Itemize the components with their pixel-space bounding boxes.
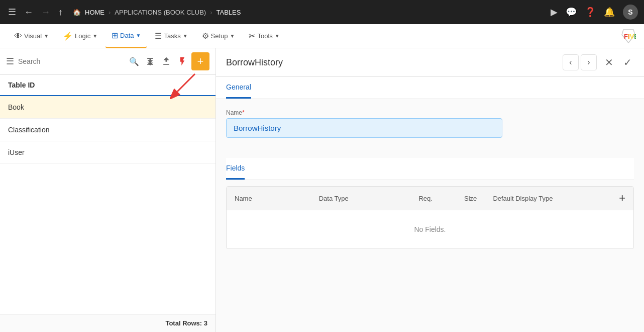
search-input[interactable]: [18, 57, 125, 65]
menu-item-logic[interactable]: ⚡ Logic ▼: [57, 24, 103, 48]
right-panel: BorrowHistory ‹ › ✕ ✓ General Name*: [216, 48, 644, 332]
filter-icon[interactable]: ☰: [6, 56, 14, 67]
breadcrumb-app[interactable]: APPLICATIONS (BOOK CLUB): [115, 9, 206, 16]
top-nav: ☰ ← → ↑ 🏠 HOME › APPLICATIONS (BOOK CLUB…: [0, 0, 644, 24]
detail-actions: ‹ › ✕ ✓: [563, 54, 634, 70]
add-field-button[interactable]: +: [619, 192, 625, 205]
up-icon[interactable]: ↑: [56, 5, 65, 20]
logic-icon: ⚡: [63, 31, 73, 41]
breadcrumb-home[interactable]: HOME: [85, 9, 104, 16]
col-add-header: +: [605, 192, 625, 205]
fields-table: Name Data Type Req. Size Default Display…: [226, 186, 634, 249]
add-table-button[interactable]: +: [191, 52, 209, 70]
data-icon: ⊞: [112, 31, 118, 40]
detail-content: Name*: [216, 99, 644, 158]
total-rows: Total Rows: 3: [0, 314, 216, 332]
hamburger-icon[interactable]: ☰: [6, 5, 18, 20]
lightning-button[interactable]: [175, 54, 189, 68]
table-row[interactable]: Book: [0, 96, 216, 119]
five-logo-svg: FIVE: [621, 29, 636, 44]
confirm-button[interactable]: ✓: [621, 54, 634, 70]
chat-icon[interactable]: 💬: [566, 7, 577, 18]
logic-dropdown-icon: ▼: [92, 33, 97, 39]
forward-icon[interactable]: →: [39, 5, 52, 20]
prev-button[interactable]: ‹: [563, 54, 579, 70]
tools-icon: ✂: [249, 31, 255, 41]
name-label: Name*: [226, 109, 634, 116]
nav-buttons: ‹ ›: [563, 54, 597, 70]
tools-dropdown-icon: ▼: [275, 33, 280, 39]
avatar[interactable]: S: [623, 5, 638, 20]
breadcrumb-sep2: ›: [210, 9, 212, 16]
tasks-dropdown-icon: ▼: [183, 33, 188, 39]
fields-table-header: Name Data Type Req. Size Default Display…: [227, 187, 633, 210]
search-input-wrap: [18, 57, 125, 65]
fields-table-body: No Fields.: [227, 210, 633, 248]
back-icon[interactable]: ←: [22, 5, 35, 20]
detail-header: BorrowHistory ‹ › ✕ ✓: [216, 48, 644, 77]
setup-dropdown-icon: ▼: [230, 33, 235, 39]
menu-bar: 👁 Visual ▼ ⚡ Logic ▼ ⊞ Data ▼ ☰ Tasks ▼ …: [0, 24, 644, 48]
data-dropdown-icon: ▼: [136, 33, 141, 38]
search-bar: ☰ 🔍 +: [0, 48, 216, 75]
breadcrumb-current: TABLES: [216, 9, 241, 16]
left-panel: ☰ 🔍 + Table ID Book Cla: [0, 48, 216, 332]
five-logo: FIVE: [621, 29, 636, 44]
tasks-icon: ☰: [155, 31, 162, 41]
visual-icon: 👁: [14, 32, 22, 41]
table-list: Book Classification iUser: [0, 96, 216, 314]
play-icon[interactable]: ▶: [551, 7, 558, 18]
svg-text:FIVE: FIVE: [624, 33, 636, 40]
col-display-header: Default Display Type: [493, 195, 605, 202]
menu-label-data: Data: [120, 32, 134, 39]
col-type-header: Data Type: [319, 195, 403, 202]
search-icon[interactable]: 🔍: [129, 57, 139, 66]
help-icon[interactable]: ❓: [585, 7, 596, 18]
visual-dropdown-icon: ▼: [44, 33, 49, 39]
detail-tabs: General: [216, 77, 644, 99]
menu-item-setup[interactable]: ⚙ Setup ▼: [196, 24, 241, 48]
table-row[interactable]: Classification: [0, 119, 216, 141]
main-layout: ☰ 🔍 + Table ID Book Cla: [0, 48, 644, 332]
menu-item-data[interactable]: ⊞ Data ▼: [105, 24, 147, 48]
name-field-group: Name*: [226, 109, 634, 138]
menu-label-tasks: Tasks: [164, 32, 180, 40]
col-size-header: Size: [448, 195, 493, 202]
fields-tabs: Fields: [226, 158, 634, 180]
download-button[interactable]: [143, 54, 157, 68]
notifications-icon[interactable]: 🔔: [604, 7, 615, 18]
tab-general[interactable]: General: [226, 77, 251, 99]
table-id-header: Table ID: [0, 75, 216, 96]
upload-button[interactable]: [159, 54, 173, 68]
detail-title: BorrowHistory: [226, 57, 563, 68]
close-button[interactable]: ✕: [603, 54, 615, 70]
setup-icon: ⚙: [202, 31, 209, 41]
col-req-header: Req.: [403, 195, 448, 202]
menu-label-visual: Visual: [24, 32, 42, 40]
name-input[interactable]: [226, 118, 502, 138]
table-row[interactable]: iUser: [0, 141, 216, 164]
top-nav-right: ▶ 💬 ❓ 🔔 S: [551, 5, 638, 20]
menu-item-tools[interactable]: ✂ Tools ▼: [243, 24, 285, 48]
next-button[interactable]: ›: [581, 54, 597, 70]
menu-item-tasks[interactable]: ☰ Tasks ▼: [149, 24, 193, 48]
no-fields-message: No Fields.: [414, 225, 446, 233]
menu-label-logic: Logic: [75, 32, 90, 40]
tab-fields[interactable]: Fields: [226, 158, 245, 180]
fields-tab-section: Fields: [216, 158, 644, 180]
menu-label-tools: Tools: [257, 32, 272, 40]
breadcrumb: 🏠 HOME › APPLICATIONS (BOOK CLUB) › TABL…: [73, 9, 547, 16]
breadcrumb-sep1: ›: [109, 9, 111, 16]
menu-item-visual[interactable]: 👁 Visual ▼: [8, 24, 55, 48]
menu-label-setup: Setup: [211, 32, 228, 40]
col-name-header: Name: [235, 195, 319, 202]
toolbar-icons: +: [143, 52, 209, 70]
home-icon: 🏠: [73, 9, 81, 16]
